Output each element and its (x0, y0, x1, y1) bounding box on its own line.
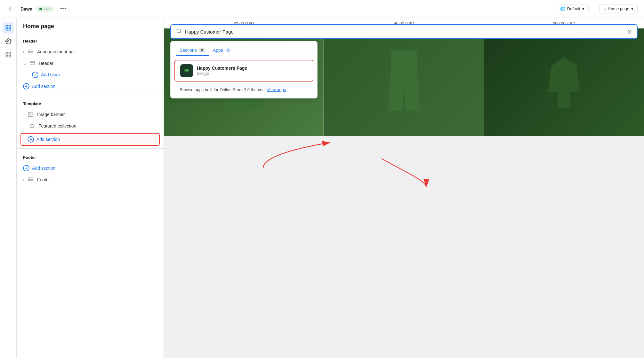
live-dot (39, 8, 42, 10)
header-section-label: Header (17, 35, 164, 46)
sidebar-divider-2 (17, 148, 164, 149)
tab-sections-label: Sections (180, 48, 197, 53)
add-block-label: Add block (41, 72, 60, 77)
sidebar-item-announcement-bar[interactable]: › Announcement bar (17, 46, 164, 58)
svg-rect-6 (6, 52, 8, 54)
svg-rect-17 (28, 179, 33, 181)
browse-description: Browse apps built for Online Store 2.0 t… (180, 87, 266, 92)
image-banner-icon (28, 111, 34, 118)
sidebar: Home page Header › Announcement bar ∨ He… (17, 18, 164, 358)
sidebar-item-featured-collection[interactable]: Featured collection (17, 120, 164, 132)
search-icon (176, 28, 182, 35)
more-options-button[interactable]: ••• (58, 4, 69, 13)
search-box: ⊗ (170, 24, 638, 39)
nav-settings[interactable] (2, 35, 14, 47)
svg-rect-9 (9, 55, 11, 57)
add-block-button[interactable]: + Add block (17, 69, 164, 81)
locale-label: Default (567, 6, 580, 11)
globe-icon: 🌐 (560, 6, 565, 11)
svg-point-15 (29, 113, 30, 114)
topbar-left: Dawn Live ••• (6, 4, 551, 14)
svg-point-24 (177, 29, 181, 33)
svg-rect-16 (28, 178, 33, 179)
svg-line-25 (180, 32, 181, 33)
tab-sections-count: 0 (199, 48, 205, 52)
sidebar-item-label: Announcement bar (37, 49, 75, 54)
svg-rect-12 (30, 61, 35, 63)
dropdown-panel: Sections 0 Apps 1 (170, 41, 318, 98)
add-section-footer-button[interactable]: + Add section (17, 162, 164, 174)
sidebar-item-image-banner[interactable]: › Image banner (17, 109, 164, 120)
live-label: Live (44, 7, 51, 11)
sidebar-item-label: Image banner (37, 112, 65, 117)
page-selector[interactable]: ⌂ Home page ▾ (599, 4, 638, 13)
chevron-right-icon: › (23, 50, 24, 54)
layout: Home page Header › Announcement bar ∨ He… (0, 18, 644, 358)
section-icon (28, 49, 34, 55)
browse-text: Browse apps built for Online Store 2.0 t… (171, 85, 317, 98)
search-input[interactable] (185, 29, 624, 35)
sidebar-title: Home page (17, 23, 164, 35)
svg-rect-8 (6, 55, 8, 57)
plus-icon-4: + (23, 165, 29, 171)
tab-apps-count: 1 (225, 48, 231, 52)
chevron-down-icon: ∨ (23, 61, 26, 66)
app-result-happy-customers[interactable]: Happy Customers Page Sledge (174, 60, 313, 82)
footer-icon (28, 176, 34, 183)
tab-sections[interactable]: Sections 0 (176, 45, 209, 56)
tab-apps-label: Apps (213, 48, 223, 53)
header-section-icon (29, 60, 36, 66)
clear-button[interactable]: ⊗ (627, 28, 632, 35)
add-section-header-button[interactable]: + Add section (17, 81, 164, 92)
template-section-label: Template (17, 97, 164, 109)
svg-rect-13 (30, 63, 35, 64)
tabs: Sections 0 Apps 1 (171, 41, 317, 56)
tab-apps[interactable]: Apps 1 (209, 45, 235, 56)
plus-icon-3: + (28, 136, 34, 143)
search-box-container: ⊗ (164, 24, 644, 39)
svg-rect-10 (28, 50, 33, 51)
locale-chevron: ▾ (582, 6, 584, 11)
chevron-right-icon-2: › (23, 112, 24, 117)
topbar-right: 🌐 Default ▾ ⌂ Home page ▾ (556, 4, 638, 13)
svg-rect-2 (9, 26, 11, 27)
sidebar-item-header[interactable]: ∨ Header (17, 58, 164, 69)
nav-sections[interactable] (2, 22, 14, 34)
svg-rect-1 (6, 26, 8, 27)
nav-apps[interactable] (2, 49, 14, 61)
locale-selector[interactable]: 🌐 Default ▾ (556, 4, 589, 13)
plus-icon-2: + (23, 83, 29, 90)
page-chevron: ▾ (631, 6, 633, 11)
sidebar-divider-1 (17, 95, 164, 95)
svg-rect-11 (28, 51, 33, 53)
topbar-divider (594, 4, 594, 13)
search-overlay: ⊗ Sections 0 Apps 1 (164, 18, 644, 358)
app-info: Happy Customers Page Sledge (197, 66, 308, 76)
back-button[interactable] (6, 4, 17, 14)
theme-name: Dawn (20, 6, 32, 12)
add-section-template-button[interactable]: + Add section (20, 133, 160, 146)
add-section-header-label: Add section (32, 84, 55, 89)
home-icon: ⌂ (603, 6, 606, 11)
svg-rect-3 (6, 28, 8, 30)
app-subtitle: Sledge (197, 71, 308, 76)
icon-nav (0, 18, 17, 358)
live-badge: Live (36, 6, 54, 12)
sidebar-item-label: Featured collection (38, 123, 76, 128)
view-apps-link[interactable]: View apps (267, 87, 286, 92)
add-section-template-label: Add section (36, 137, 60, 142)
sidebar-item-label: Header (39, 61, 53, 66)
sidebar-item-footer[interactable]: › Footer (17, 174, 164, 185)
footer-section-label: Footer (17, 151, 164, 162)
svg-point-5 (7, 41, 9, 42)
sidebar-item-label: Footer (37, 177, 50, 182)
topbar: Dawn Live ••• 🌐 Default ▾ ⌂ Home page ▾ (0, 0, 644, 18)
svg-rect-4 (9, 28, 11, 30)
page-label: Home page (608, 6, 629, 11)
plus-icon: + (32, 72, 38, 78)
chevron-right-icon-3: › (23, 177, 24, 182)
app-name: Happy Customers Page (197, 66, 308, 71)
main-area: 30.00 USD 40.00 USD (164, 18, 644, 358)
add-section-footer-label: Add section (32, 166, 55, 171)
featured-collection-icon (29, 123, 35, 129)
